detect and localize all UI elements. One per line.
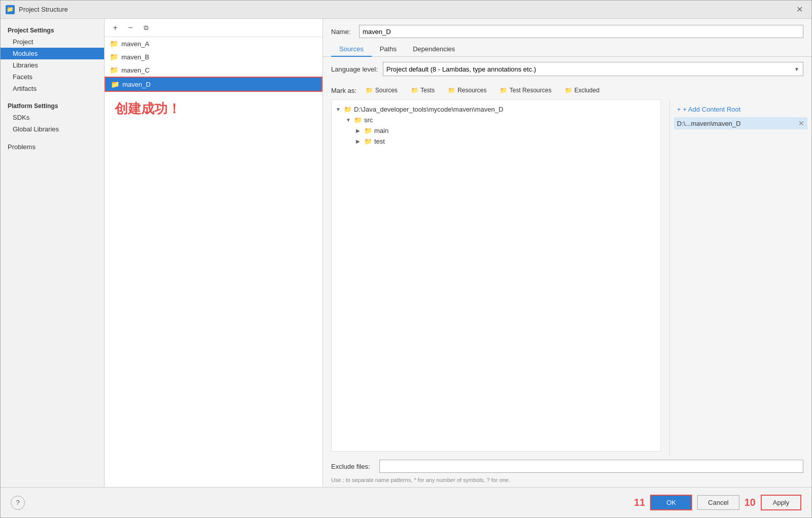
exclude-hint: Use ; to separate name patterns, * for a… (323, 477, 811, 487)
chevron-right-icon: ▶ (356, 128, 362, 133)
tree-test-label: test (374, 137, 385, 145)
sidebar-item-project[interactable]: Project (1, 36, 104, 48)
module-item-maven-a[interactable]: 📁 maven_A (105, 37, 322, 50)
mark-tests-label: Tests (420, 87, 435, 94)
module-toolbar: + − ⧉ (105, 19, 322, 37)
excluded-folder-icon: 📁 (565, 87, 572, 94)
title-bar: 📁 Project Structure ✕ (1, 1, 811, 19)
platform-settings-section-title: Platform Settings (1, 99, 104, 112)
content-root-path: D:\...maven\maven_D (677, 120, 741, 127)
module-item-maven-c[interactable]: 📁 maven_C (105, 63, 322, 77)
tree-src-item[interactable]: ▼ 📁 src (336, 115, 657, 125)
main-content: Project Settings Project Modules Librari… (1, 19, 811, 487)
bottom-bar: ? 11 OK Cancel 10 Apply (1, 487, 811, 517)
exclude-files-input[interactable] (379, 460, 803, 473)
tab-sources[interactable]: Sources (331, 42, 372, 57)
module-item-maven-d[interactable]: 📁 maven_D (105, 77, 322, 92)
tree-root-item[interactable]: ▼ 📁 D:\Java_developer_tools\mycode\maven… (336, 104, 657, 115)
module-label: maven_A (121, 40, 149, 48)
remove-module-button[interactable]: − (124, 21, 137, 34)
chevron-down-icon: ▼ (336, 107, 342, 112)
copy-module-button[interactable]: ⧉ (139, 21, 152, 34)
remove-content-root-button[interactable]: ✕ (798, 119, 804, 127)
sidebar-item-problems[interactable]: Problems (1, 140, 104, 153)
close-button[interactable]: ✕ (792, 3, 806, 17)
plus-icon: + (677, 106, 681, 113)
chevron-down-icon: ▼ (346, 117, 352, 123)
name-input[interactable] (359, 25, 803, 38)
ok-annotation: 11 (634, 497, 645, 508)
add-module-button[interactable]: + (109, 21, 122, 34)
tree-src-label: src (364, 116, 373, 124)
tab-paths[interactable]: Paths (372, 42, 405, 57)
tree-main-label: main (374, 127, 388, 134)
mark-as-sources-button[interactable]: 📁 Sources (362, 85, 402, 95)
sidebar-item-libraries[interactable]: Libraries (1, 59, 104, 71)
tabs-row: Sources Paths Dependencies (323, 42, 811, 57)
tests-folder-icon: 📁 (411, 87, 418, 94)
file-tree: ▼ 📁 D:\Java_developer_tools\mycode\maven… (331, 99, 661, 452)
sidebar-divider (1, 94, 104, 99)
add-content-root-label: + Add Content Root (683, 106, 741, 113)
tree-root-label: D:\Java_developer_tools\mycode\maven\mav… (354, 106, 503, 113)
mark-as-label: Mark as: (331, 87, 356, 94)
folder-icon: 📁 (110, 66, 118, 74)
right-panel: Name: Sources Paths Dependencies Languag… (323, 19, 811, 487)
folder-icon: 📁 (344, 106, 352, 113)
dialog-title: Project Structure (19, 6, 792, 13)
folder-icon: 📁 (110, 40, 118, 48)
apply-annotation: 10 (744, 497, 756, 508)
name-label: Name: (331, 28, 354, 36)
folder-icon: 📁 (110, 53, 118, 61)
resources-folder-icon: 📁 (448, 87, 456, 94)
sidebar-item-global-libraries[interactable]: Global Libraries (1, 123, 104, 135)
folder-icon: 📁 (354, 116, 362, 124)
mark-excluded-label: Excluded (574, 87, 599, 94)
language-level-select[interactable]: Project default (8 - Lambdas, type annot… (383, 62, 803, 76)
module-label: maven_D (122, 81, 151, 88)
mark-as-row: Mark as: 📁 Sources 📁 Tests 📁 Resources (323, 81, 811, 99)
add-content-root-button[interactable]: + + Add Content Root (674, 103, 807, 115)
tab-dependencies[interactable]: Dependencies (405, 42, 463, 57)
mark-as-excluded-button[interactable]: 📁 Excluded (561, 85, 603, 95)
app-icon: 📁 (6, 5, 15, 14)
name-row: Name: (323, 19, 811, 42)
module-panel: + − ⧉ 📁 maven_A 📁 maven_B 📁 maven_C (105, 19, 323, 487)
sidebar-item-modules[interactable]: Modules (1, 48, 104, 59)
test-resources-folder-icon: 📁 (500, 87, 507, 94)
project-settings-section-title: Project Settings (1, 24, 104, 36)
folder-icon: 📁 (111, 80, 119, 88)
content-root-item: D:\...maven\maven_D ✕ (674, 117, 807, 129)
tree-test-item[interactable]: ▶ 📁 test (336, 136, 657, 147)
success-message: 创建成功！ (105, 92, 322, 126)
cancel-button[interactable]: Cancel (697, 495, 739, 510)
exclude-files-label: Exclude files: (331, 463, 374, 470)
ok-button[interactable]: OK (650, 495, 692, 510)
apply-button[interactable]: Apply (761, 495, 801, 510)
folder-icon: 📁 (364, 137, 372, 145)
sidebar-item-sdks[interactable]: SDKs (1, 112, 104, 123)
mark-as-resources-button[interactable]: 📁 Resources (444, 85, 491, 95)
mark-as-test-resources-button[interactable]: 📁 Test Resources (496, 85, 556, 95)
module-label: maven_C (121, 66, 150, 74)
sidebar-divider-2 (1, 135, 104, 140)
sidebar-item-artifacts[interactable]: Artifacts (1, 83, 104, 94)
module-item-maven-b[interactable]: 📁 maven_B (105, 50, 322, 63)
folder-icon: 📁 (364, 127, 372, 134)
tree-main-item[interactable]: ▶ 📁 main (336, 125, 657, 136)
help-button[interactable]: ? (11, 496, 25, 510)
mark-resources-label: Resources (458, 87, 486, 94)
sidebar-item-facets[interactable]: Facets (1, 71, 104, 83)
mark-sources-label: Sources (375, 87, 398, 94)
mark-as-tests-button[interactable]: 📁 Tests (407, 85, 439, 95)
content-roots-sidebar: + + Add Content Root D:\...maven\maven_D… (669, 99, 811, 456)
sources-content: Language level: Project default (8 - Lam… (323, 57, 811, 487)
exclude-files-row: Exclude files: (323, 456, 811, 477)
language-level-label: Language level: (331, 65, 378, 73)
main-sources-area: ▼ 📁 D:\Java_developer_tools\mycode\maven… (323, 99, 811, 456)
module-list: 📁 maven_A 📁 maven_B 📁 maven_C 📁 maven_D … (105, 37, 322, 487)
sidebar: Project Settings Project Modules Librari… (1, 19, 105, 487)
module-label: maven_B (121, 53, 149, 61)
chevron-right-icon: ▶ (356, 139, 362, 144)
mark-test-resources-label: Test Resources (509, 87, 551, 94)
